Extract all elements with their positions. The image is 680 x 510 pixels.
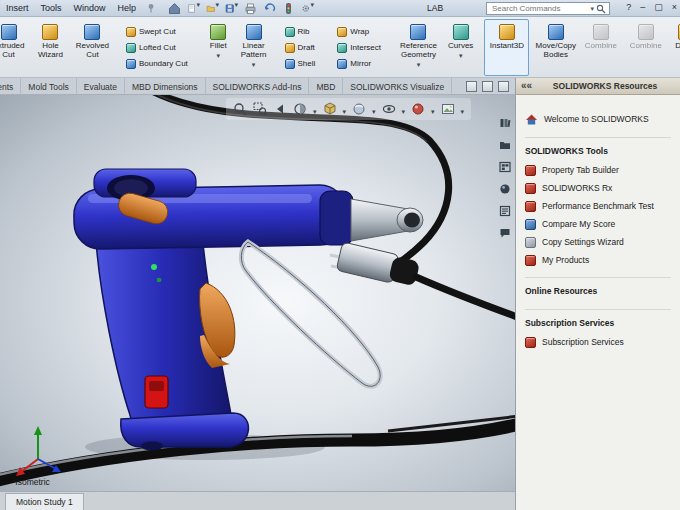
graphics-viewport[interactable]: *Isometric <box>0 95 515 491</box>
tab-mbd[interactable]: MBD <box>309 78 343 94</box>
section-solidworks-tools: SOLIDWORKS Tools <box>525 146 671 156</box>
maximize-button[interactable]: ▢ <box>654 2 663 12</box>
search-dropdown-icon[interactable]: ▾ <box>590 5 594 13</box>
curves-button[interactable]: Curves <box>441 19 480 76</box>
linear-pattern-button[interactable]: Linear Pattern <box>234 19 274 76</box>
zoom-fit-icon[interactable] <box>233 102 247 116</box>
intersect-icon <box>337 43 347 53</box>
performance-benchmark-link[interactable]: Performance Benchmark Test <box>525 197 671 215</box>
command-tab-strip: Weldments Mold Tools Evaluate MBD Dimens… <box>0 78 515 95</box>
cable-swoosh <box>0 416 515 481</box>
split-view-icon[interactable] <box>482 81 493 92</box>
rib-button[interactable]: Rib <box>279 24 322 39</box>
section-view-dropdown-icon[interactable] <box>313 100 317 118</box>
tab-mbd-dimensions[interactable]: MBD Dimensions <box>125 78 206 94</box>
view-palette-icon[interactable] <box>499 161 511 173</box>
pin-menu-icon[interactable] <box>146 3 156 13</box>
minimize-button[interactable]: – <box>640 2 645 12</box>
tab-solidworks-visualize[interactable]: SOLIDWORKS Visualize <box>343 78 452 94</box>
hole-wizard-button[interactable]: Hole Wizard <box>31 19 70 76</box>
solidworks-rx-link[interactable]: SOLIDWORKS Rx <box>525 179 671 197</box>
options-gear-icon[interactable] <box>301 2 314 15</box>
glue-gun-body <box>73 169 423 451</box>
view-orientation-dropdown-icon[interactable] <box>343 100 347 118</box>
close-button[interactable]: × <box>672 2 677 12</box>
feature-stack-2: Wrap Intersect Mirror <box>326 19 392 76</box>
shell-button[interactable]: Shell <box>279 56 322 71</box>
tab-solidworks-add-ins[interactable]: SOLIDWORKS Add-Ins <box>206 78 310 94</box>
combine-button-2[interactable]: Combine <box>623 19 668 76</box>
property-tab-builder-link[interactable]: Property Tab Builder <box>525 161 671 179</box>
draft-button[interactable]: Draft <box>279 40 322 55</box>
task-pane-tab-strip <box>497 117 512 239</box>
divider <box>525 309 671 310</box>
zoom-area-icon[interactable] <box>253 102 267 116</box>
swept-cut-button[interactable]: Swept Cut <box>120 24 194 39</box>
lofted-cut-icon <box>126 43 136 53</box>
curves-icon <box>453 24 469 40</box>
compare-my-score-icon <box>525 219 536 230</box>
save-icon[interactable] <box>225 2 238 15</box>
appearance-dropdown-icon[interactable] <box>431 100 435 118</box>
custom-properties-icon[interactable] <box>499 205 511 217</box>
hide-show-items-icon[interactable] <box>382 102 396 116</box>
wrap-button[interactable]: Wrap <box>331 24 387 39</box>
previous-view-icon[interactable] <box>273 102 287 116</box>
tab-motion-study-1[interactable]: Motion Study 1 <box>5 493 84 510</box>
menu-window[interactable]: Window <box>68 0 112 16</box>
divider <box>525 137 671 138</box>
copy-settings-wizard-link[interactable]: Copy Settings Wizard <box>525 233 671 251</box>
instant3d-button[interactable]: Instant3D <box>484 19 529 76</box>
boundary-cut-icon <box>126 59 136 69</box>
dome-button[interactable]: Dome <box>668 19 680 76</box>
apply-scene-icon[interactable] <box>441 102 455 116</box>
tab-mold-tools[interactable]: Mold Tools <box>21 78 76 94</box>
appearances-scenes-icon[interactable] <box>499 183 511 195</box>
welcome-link[interactable]: Welcome to SOLIDWORKS <box>525 109 671 129</box>
file-explorer-icon[interactable] <box>499 139 511 151</box>
glue-gun-model[interactable] <box>0 95 515 491</box>
design-library-icon[interactable] <box>499 117 511 129</box>
menu-insert[interactable]: Insert <box>0 0 35 16</box>
new-document-icon[interactable] <box>187 2 200 15</box>
subscription-services-link[interactable]: Subscription Services <box>525 333 671 351</box>
reference-geometry-button[interactable]: Reference Geometry <box>396 19 441 76</box>
help-button[interactable]: ? <box>626 2 631 12</box>
collapse-pane-icon[interactable]: «« <box>521 81 532 91</box>
combine-button[interactable]: Combine <box>578 19 623 76</box>
instant3d-icon <box>499 24 515 40</box>
menu-tools[interactable]: Tools <box>35 0 68 16</box>
my-products-link[interactable]: My Products <box>525 251 671 269</box>
section-view-icon[interactable] <box>293 102 307 116</box>
search-input[interactable] <box>490 3 588 14</box>
compare-my-score-link[interactable]: Compare My Score <box>525 215 671 233</box>
menu-help[interactable]: Help <box>112 0 143 16</box>
boundary-cut-button[interactable]: Boundary Cut <box>120 56 194 71</box>
revolved-cut-button[interactable]: Revolved Cut <box>70 19 115 76</box>
task-pane-body: Welcome to SOLIDWORKS SOLIDWORKS Tools P… <box>516 95 680 510</box>
intersect-button[interactable]: Intersect <box>331 40 387 55</box>
edit-appearance-icon[interactable] <box>411 102 425 116</box>
scene-dropdown-icon[interactable] <box>461 100 465 118</box>
display-style-dropdown-icon[interactable] <box>372 100 376 118</box>
view-settings-icon[interactable] <box>466 81 477 92</box>
fillet-button[interactable]: Fillet <box>203 19 234 76</box>
view-orientation-icon[interactable] <box>323 102 337 116</box>
move-copy-bodies-button[interactable]: Move/Copy Bodies <box>533 19 578 76</box>
tab-weldments[interactable]: Weldments <box>0 78 21 94</box>
lofted-cut-button[interactable]: Lofted Cut <box>120 40 194 55</box>
open-folder-icon[interactable] <box>206 2 219 15</box>
print-icon[interactable] <box>244 2 257 15</box>
view-orientation-label: *Isometric <box>12 477 50 487</box>
home-icon[interactable] <box>168 2 181 15</box>
search-icon[interactable] <box>596 4 606 14</box>
undo-icon[interactable] <box>263 2 276 15</box>
rebuild-icon[interactable] <box>282 2 295 15</box>
display-style-icon[interactable] <box>352 102 366 116</box>
forum-icon[interactable] <box>499 227 511 239</box>
mirror-button[interactable]: Mirror <box>331 56 387 71</box>
extruded-cut-button[interactable]: Extruded Cut <box>0 19 31 76</box>
pane-toggle-icon[interactable] <box>498 81 509 92</box>
hide-show-dropdown-icon[interactable] <box>402 100 406 118</box>
tab-evaluate[interactable]: Evaluate <box>77 78 125 94</box>
